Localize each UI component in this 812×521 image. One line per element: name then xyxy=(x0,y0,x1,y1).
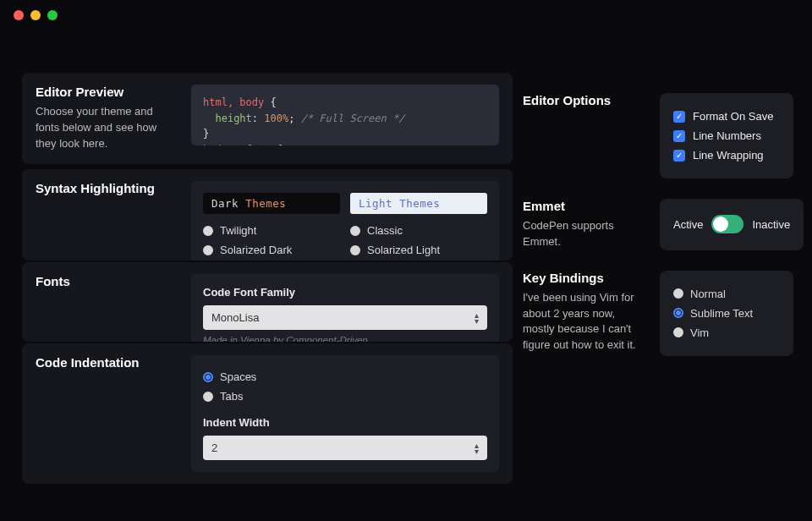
emmet-desc: CodePen supports Emmet. xyxy=(523,218,648,250)
radio-icon xyxy=(203,372,213,382)
dark-themes-column: Dark Themes Twilight Solarized Dark Tomo… xyxy=(203,193,340,260)
code-token: body xyxy=(203,144,228,145)
radio-icon xyxy=(350,226,360,236)
close-traffic-light[interactable] xyxy=(14,10,24,20)
toggle-inactive-label: Inactive xyxy=(752,218,790,231)
theme-label: Solarized Light xyxy=(367,244,440,256)
option-label: Line Numbers xyxy=(693,129,761,142)
window-titlebar xyxy=(0,0,812,30)
code-preview: html, body { height: 100%; /* Full Scree… xyxy=(191,85,499,145)
radio-icon xyxy=(203,392,213,402)
theme-option-tomorrow-night[interactable]: Tomorrow Night xyxy=(203,260,340,260)
editor-options-title: Editor Options xyxy=(523,93,648,107)
syntax-title: Syntax Highlighting xyxy=(36,181,179,195)
indentation-panel: Code Indentation Spaces Tabs Indent Widt… xyxy=(22,343,513,484)
theme-label: Classic xyxy=(367,224,403,237)
theme-option-solarized-light[interactable]: Solarized Light xyxy=(350,240,487,260)
theme-option-solarized-dark[interactable]: Solarized Dark xyxy=(203,240,340,260)
chevron-up-down-icon: ▴▾ xyxy=(475,312,479,324)
chevron-up-down-icon: ▴▾ xyxy=(475,442,479,454)
emmet-title: Emmet xyxy=(523,199,648,213)
editor-preview-panel: Editor Preview Choose your theme and fon… xyxy=(22,73,513,164)
keybinding-label: Normal xyxy=(690,288,726,300)
keybindings-desc: I've been using Vim for about 2 years no… xyxy=(523,290,648,354)
editor-options-panel: ✓Format On Save ✓Line Numbers ✓Line Wrap… xyxy=(660,93,793,178)
indent-option-tabs[interactable]: Tabs xyxy=(203,387,487,406)
keybinding-label: Sublime Text xyxy=(690,307,753,320)
indent-width-select[interactable]: 2 ▴▾ xyxy=(203,436,487,460)
code-token: 100% xyxy=(264,112,288,124)
indentation-title: Code Indentation xyxy=(36,355,179,370)
option-line-wrapping[interactable]: ✓Line Wrapping xyxy=(673,145,780,165)
fonts-panel: Fonts Code Font Family MonoLisa ▴▾ Made … xyxy=(22,262,513,342)
font-family-select[interactable]: MonoLisa ▴▾ xyxy=(203,305,487,330)
font-family-value: MonoLisa xyxy=(211,311,259,324)
code-token: /* Full Screen */ xyxy=(301,112,405,124)
theme-option-xq-light[interactable]: XQ Light xyxy=(350,260,487,260)
toggle-active-label: Active xyxy=(673,218,703,231)
code-token: html, body xyxy=(203,96,264,108)
minimize-traffic-light[interactable] xyxy=(30,10,41,20)
fonts-title: Fonts xyxy=(36,274,179,288)
syntax-highlighting-panel: Syntax Highlighting Dark Themes Twilight… xyxy=(22,169,513,260)
radio-icon xyxy=(673,288,683,299)
editor-preview-title: Editor Preview xyxy=(36,85,179,99)
code-token: { xyxy=(264,96,276,108)
code-token: } xyxy=(203,128,209,140)
theme-label: Twilight xyxy=(220,224,256,237)
checkbox-icon: ✓ xyxy=(673,111,685,123)
radio-icon xyxy=(203,226,213,236)
keybindings-title: Key Bindings xyxy=(523,271,648,285)
dark-themes-header: Dark Themes xyxy=(203,193,340,214)
zoom-traffic-light[interactable] xyxy=(47,10,58,20)
keybinding-label: Vim xyxy=(690,326,709,339)
theme-option-classic[interactable]: Classic xyxy=(350,221,487,240)
indent-width-label: Indent Width xyxy=(203,416,487,429)
checkbox-icon: ✓ xyxy=(673,130,685,142)
option-format-on-save[interactable]: ✓Format On Save xyxy=(673,107,780,126)
radio-icon xyxy=(673,308,683,318)
keybinding-option-sublime[interactable]: Sublime Text xyxy=(673,304,780,323)
keybinding-option-vim[interactable]: Vim xyxy=(673,323,780,343)
radio-icon xyxy=(203,245,213,255)
emmet-panel: Active Inactive xyxy=(660,199,804,250)
theme-label: Solarized Dark xyxy=(220,244,292,256)
code-token: { xyxy=(270,144,282,145)
font-hint: Made in Vienna by Component-Driven. xyxy=(203,335,487,342)
indent-width-value: 2 xyxy=(211,441,217,454)
indent-label: Tabs xyxy=(220,390,243,403)
light-themes-header: Light Themes xyxy=(350,193,487,214)
emmet-toggle[interactable] xyxy=(711,215,743,233)
editor-preview-desc: Choose your theme and fonts below and se… xyxy=(36,104,179,152)
radio-icon xyxy=(673,327,683,337)
light-themes-column: Light Themes Classic Solarized Light XQ … xyxy=(350,193,487,260)
theme-option-twilight[interactable]: Twilight xyxy=(203,221,340,240)
font-family-label: Code Font Family xyxy=(203,286,487,299)
code-token: ::after xyxy=(228,144,271,145)
keybindings-panel: Normal Sublime Text Vim xyxy=(660,271,793,356)
code-token: height xyxy=(215,112,251,124)
indent-label: Spaces xyxy=(220,370,256,383)
indent-option-spaces[interactable]: Spaces xyxy=(203,367,487,387)
option-label: Line Wrapping xyxy=(693,149,764,162)
checkbox-icon: ✓ xyxy=(673,150,685,162)
option-label: Format On Save xyxy=(693,110,773,123)
keybinding-option-normal[interactable]: Normal xyxy=(673,284,780,304)
radio-icon xyxy=(350,245,360,255)
option-line-numbers[interactable]: ✓Line Numbers xyxy=(673,126,780,145)
